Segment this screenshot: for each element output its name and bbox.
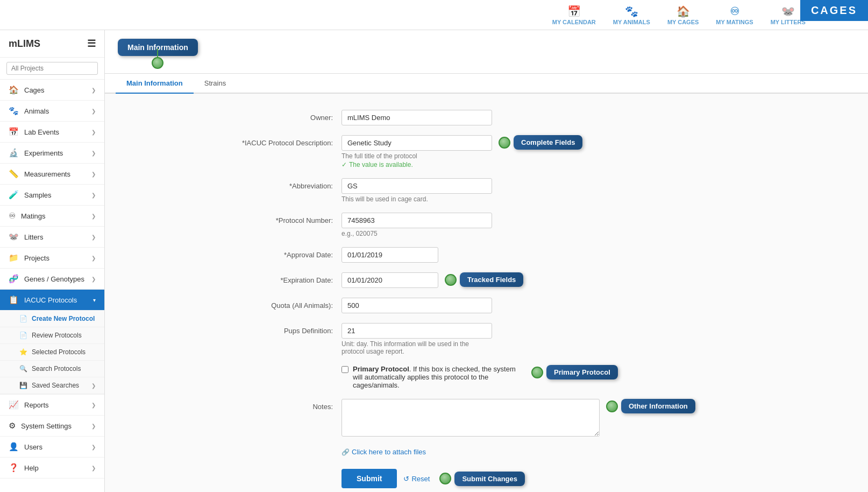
chevron-right-icon: ❯ [91,150,96,156]
sidebar-item-cages[interactable]: 🏠 Cages ❯ [0,80,104,101]
project-input[interactable] [6,62,98,75]
submenu-review-protocols[interactable]: 📄 Review Protocols [0,327,104,344]
attach-label-spacer [212,448,341,452]
sidebar-item-experiments[interactable]: 🔬 Experiments ❯ [0,143,104,164]
pups-input[interactable] [341,323,492,339]
tab-strains[interactable]: Strains [194,74,237,94]
help-icon: ❓ [9,463,19,473]
nav-my-cages[interactable]: 🏠 MY CAGES [667,5,699,25]
submenu-create-protocol[interactable]: 📄 Create New Protocol [0,311,104,327]
chevron-right-icon: ❯ [91,87,96,93]
animals-icon: 🐾 [625,5,638,18]
sidebar-item-projects[interactable]: 📁 Projects ❯ [0,248,104,269]
sidebar-item-reports[interactable]: 📈 Reports ❯ [0,395,104,416]
nav-my-matings[interactable]: ♾ MY MATINGS [716,5,753,25]
projects-icon: 📁 [9,253,19,263]
chevron-right-icon: ❯ [91,192,96,198]
chevron-right-icon: ❯ [91,255,96,261]
chevron-right-icon: ❯ [91,234,96,240]
iacuc-submenu: 📄 Create New Protocol 📄 Review Protocols… [0,311,104,395]
litters-sidebar-icon: 🐭 [9,232,19,242]
search-icon: 🔍 [19,365,27,372]
iacuc-label: *IACUC Protocol Description: [212,135,341,147]
callout-other-information: Other Information [621,399,695,413]
expiration-date-field [341,272,438,288]
sidebar: mLIMS ☰ 🏠 Cages ❯ 🐾 Animals ❯ [0,30,105,492]
project-selector[interactable] [0,58,104,80]
chevron-right-icon: ❯ [91,444,96,450]
tab-main-info[interactable]: Main Information [116,74,194,94]
quota-field[interactable] [341,298,492,313]
pups-hint: Unit: day. This information will be used… [341,340,492,355]
sidebar-item-iacuc[interactable]: 📋 IACUC Protocols ▾ [0,290,104,311]
chevron-right-icon: ❯ [91,108,96,114]
owner-input[interactable] [341,110,492,125]
protocol-number-hint: e.g., 020075 [341,230,492,237]
sidebar-item-samples[interactable]: 🧪 Samples ❯ [0,185,104,206]
chevron-right-icon: ❯ [91,383,96,389]
primary-protocol-label-spacer [212,365,341,369]
app-logo: mLIMS ☰ [0,30,104,58]
hamburger-icon[interactable]: ☰ [87,38,96,50]
star-icon: ⭐ [19,348,27,356]
sidebar-item-animals[interactable]: 🐾 Animals ❯ [0,101,104,122]
chevron-right-icon: ❯ [91,171,96,177]
pups-label: Pups Definition: [212,323,341,335]
cages-sidebar-icon: 🏠 [9,85,19,95]
form-buttons: Submit ↺ Reset Submit Changes [212,469,729,488]
sidebar-item-matings[interactable]: ♾ Matings ❯ [0,206,104,227]
submit-button[interactable]: Submit [341,469,397,488]
expiration-date-input[interactable] [341,272,438,288]
saved-icon: 💾 [19,382,27,389]
experiments-icon: 🔬 [9,148,19,158]
reset-button[interactable]: ↺ Reset [403,475,430,483]
content-area: Main Information Main Information Strain… [105,30,868,492]
sidebar-item-litters[interactable]: 🐭 Litters ❯ [0,227,104,248]
sidebar-item-help[interactable]: ❓ Help ❯ [0,458,104,479]
approval-date-field[interactable] [341,247,438,263]
form-area: Owner: *IACUC Protocol Description: The … [105,94,750,492]
iacuc-input[interactable] [341,135,492,151]
iacuc-valid: The value is available. [341,161,492,168]
approval-date-row: *Approval Date: [212,247,729,263]
submenu-search-protocols[interactable]: 🔍 Search Protocols [0,361,104,377]
primary-protocol-checkbox[interactable] [341,366,348,373]
sidebar-item-measurements[interactable]: 📏 Measurements ❯ [0,164,104,185]
sidebar-item-genes[interactable]: 🧬 Genes / Genotypes ❯ [0,269,104,290]
submit-changes-dot [439,473,451,484]
chevron-right-icon: ❯ [91,213,96,219]
matings-icon: ♾ [730,5,739,18]
sidebar-item-lab-events[interactable]: 📅 Lab Events ❯ [0,122,104,143]
owner-row: Owner: [212,110,729,125]
other-info-dot [606,400,618,412]
genes-icon: 🧬 [9,274,19,284]
submenu-saved-searches[interactable]: 💾 Saved Searches ❯ [0,377,104,394]
primary-protocol-description: Primary Protocol. If this box is checked… [353,365,525,389]
approval-date-input[interactable] [341,247,438,263]
owner-field[interactable] [341,110,492,125]
protocol-number-row: *Protocol Number: e.g., 020075 [212,213,729,237]
sidebar-item-system-settings[interactable]: ⚙ System Settings ❯ [0,416,104,437]
nav-my-calendar[interactable]: 📅 MY CALENDAR [552,5,596,25]
sidebar-item-users[interactable]: 👤 Users ❯ [0,437,104,458]
iacuc-protocol-row: *IACUC Protocol Description: The full ti… [212,135,729,168]
notes-textarea[interactable] [341,399,600,437]
abbreviation-input[interactable] [341,178,492,194]
pups-field: Unit: day. This information will be used… [341,323,492,355]
chevron-right-icon: ❯ [91,402,96,408]
quota-input[interactable] [341,298,492,313]
notes-field [341,399,600,438]
callout-complete-fields: Complete Fields [514,135,582,150]
submenu-selected-protocols[interactable]: ⭐ Selected Protocols [0,344,104,361]
cages-icon: 🏠 [677,5,690,18]
top-bar: 📅 MY CALENDAR 🐾 MY ANIMALS 🏠 MY CAGES ♾ … [0,0,868,30]
callout-primary-protocol: Primary Protocol [546,365,618,379]
chevron-right-icon: ❯ [91,129,96,135]
calendar-icon: 📅 [567,5,581,18]
protocol-number-input[interactable] [341,213,492,228]
attach-files-link[interactable]: Click here to attach files [341,448,426,456]
abbreviation-field: This will be used in cage card. [341,178,492,203]
tracked-fields-dot [445,274,457,286]
nav-my-animals[interactable]: 🐾 MY ANIMALS [613,5,650,25]
iacuc-field: The full title of the protocol The value… [341,135,492,168]
